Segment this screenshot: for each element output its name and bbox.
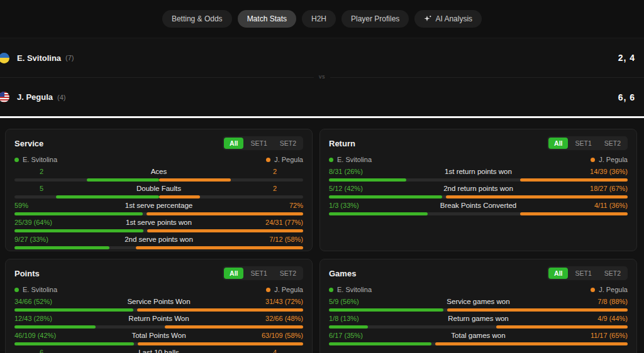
player1-value: 6/17 (35%) [329, 332, 446, 340]
player-row-e-svitolina[interactable]: E. Svitolina(7)2, 4 [0, 38, 644, 77]
tab-label: Betting & Odds [172, 14, 223, 23]
stat-label: Double Faults [131, 185, 186, 193]
player2-value: 4/11 (36%) [521, 202, 628, 210]
player1-value: 59% [14, 202, 120, 210]
filter-set2-button[interactable]: SET2 [274, 268, 302, 279]
tab-ai-analysis[interactable]: AI Analysis [414, 10, 482, 28]
comparison-bar-track [14, 178, 303, 182]
player1-value: 2 [14, 168, 146, 176]
player1-value: 1/3 (33%) [329, 202, 435, 210]
panel-header: PointsAllSET1SET2 [14, 266, 303, 280]
legend-player1: E. Svitolina [329, 156, 372, 163]
legend-player-name: E. Svitolina [337, 156, 372, 163]
player2-value: 7/12 (58%) [198, 236, 303, 244]
stat-row-double-faults: 5Double Faults2 [14, 185, 303, 198]
legend-player1: E. Svitolina [14, 286, 57, 293]
player1-bar [14, 342, 134, 345]
tab-match-stats[interactable]: Match Stats [238, 10, 296, 28]
player1-value: 5/12 (42%) [329, 185, 438, 193]
filter-set2-button[interactable]: SET2 [599, 138, 626, 149]
stat-label: Total Points Won [126, 332, 191, 340]
sparkles-icon [424, 15, 431, 23]
stat-label: Return Points Won [123, 315, 194, 323]
player1-bar [87, 178, 159, 182]
legend-player-name: J. Pegula [599, 286, 628, 293]
stat-label: 2nd return points won [438, 185, 518, 193]
player2-value: 72% [197, 202, 303, 210]
stat-label: Service Points Won [122, 298, 195, 306]
filter-set2-button[interactable]: SET2 [599, 268, 626, 279]
comparison-bar-track [14, 342, 303, 345]
player1-bar [329, 308, 443, 312]
player2-bar [165, 325, 303, 329]
legend-dot-icon [14, 158, 19, 162]
legend-player1: E. Svitolina [14, 156, 57, 163]
player-row-j-pegula[interactable]: vsJ. Pegula(4)6, 6 [0, 77, 644, 116]
legend-player-name: E. Svitolina [337, 286, 372, 293]
panel-legend: E. SvitolinaJ. Pegula [329, 286, 628, 293]
tab-h2h[interactable]: H2H [302, 10, 336, 28]
set-filter-group: AllSET1SET2 [547, 266, 628, 280]
player-name: J. Pegula [17, 92, 53, 102]
tab-player-profiles[interactable]: Player Profiles [341, 10, 409, 28]
player2-value: 32/66 (48%) [194, 315, 303, 323]
filter-set1-button[interactable]: SET1 [569, 138, 597, 149]
filter-all-button[interactable]: All [548, 268, 568, 279]
player1-bar [56, 195, 159, 198]
ukraine-flag-icon [0, 53, 9, 63]
player2-bar [138, 342, 303, 345]
stat-label: Service games won [441, 298, 514, 306]
panel-legend: E. SvitolinaJ. Pegula [329, 156, 628, 163]
player2-value: 2 [186, 185, 303, 193]
player1-value: 6 [14, 349, 133, 353]
stat-row-service-points-won: 34/66 (52%)Service Points Won31/43 (72%) [14, 298, 303, 312]
set-filter-group: AllSET1SET2 [223, 136, 303, 150]
player2-value: 14/39 (36%) [517, 168, 628, 176]
stat-values-line: 5Double Faults2 [14, 185, 303, 193]
stat-values-line: 5/12 (42%)2nd return points won18/27 (67… [329, 185, 628, 193]
player-name: E. Svitolina [17, 53, 61, 63]
filter-set1-button[interactable]: SET1 [569, 268, 597, 279]
legend-player-name: E. Svitolina [23, 286, 57, 293]
panel-title: Points [14, 269, 40, 278]
player1-bar [14, 325, 96, 329]
panel-games: GamesAllSET1SET2E. SvitolinaJ. Pegula5/9… [319, 259, 637, 353]
filter-all-button[interactable]: All [548, 138, 568, 149]
legend-player2: J. Pegula [591, 286, 628, 293]
stat-row-1st-serve-percentage: 59%1st serve percentage72% [14, 202, 303, 215]
player2-bar [447, 308, 628, 312]
stat-label: Last 10 balls [133, 349, 184, 353]
player2-bar [137, 308, 303, 312]
player1-bar [329, 178, 406, 182]
stat-label: 1st serve percentage [120, 202, 197, 210]
legend-dot-icon [329, 158, 333, 162]
tab-label: H2H [311, 14, 326, 23]
player1-bar [14, 229, 143, 232]
filter-set1-button[interactable]: SET1 [245, 268, 272, 279]
filter-all-button[interactable]: All [224, 138, 243, 149]
panel-title: Games [329, 269, 356, 278]
filter-all-button[interactable]: All [224, 268, 243, 279]
tab-betting-odds[interactable]: Betting & Odds [162, 10, 232, 28]
legend-dot-icon [266, 288, 270, 292]
stat-values-line: 1/8 (13%)Return games won4/9 (44%) [329, 315, 628, 323]
player2-bar [147, 229, 303, 232]
stat-values-line: 6Last 10 balls4 [14, 349, 303, 353]
player1-bar [14, 308, 133, 312]
comparison-bar-track [329, 325, 628, 329]
filter-set1-button[interactable]: SET1 [245, 138, 272, 149]
stat-row-last-10-balls: 6Last 10 balls4 [14, 349, 303, 353]
legend-player1: E. Svitolina [329, 286, 372, 293]
player1-bar [329, 325, 368, 329]
filter-set2-button[interactable]: SET2 [274, 138, 302, 149]
player1-value: 46/109 (42%) [14, 332, 126, 340]
comparison-bar-track [329, 178, 628, 182]
stat-row-return-points-won: 12/43 (28%)Return Points Won32/66 (48%) [14, 315, 303, 329]
player2-bar [446, 195, 628, 198]
stat-values-line: 6/17 (35%)Total games won11/17 (65%) [329, 332, 628, 340]
stat-label: Aces [146, 168, 172, 176]
match-stats-page: Betting & OddsMatch StatsH2HPlayer Profi… [0, 0, 644, 353]
player2-bar [496, 325, 628, 329]
player2-value: 4/9 (44%) [514, 315, 628, 323]
player1-value: 5 [14, 185, 131, 193]
